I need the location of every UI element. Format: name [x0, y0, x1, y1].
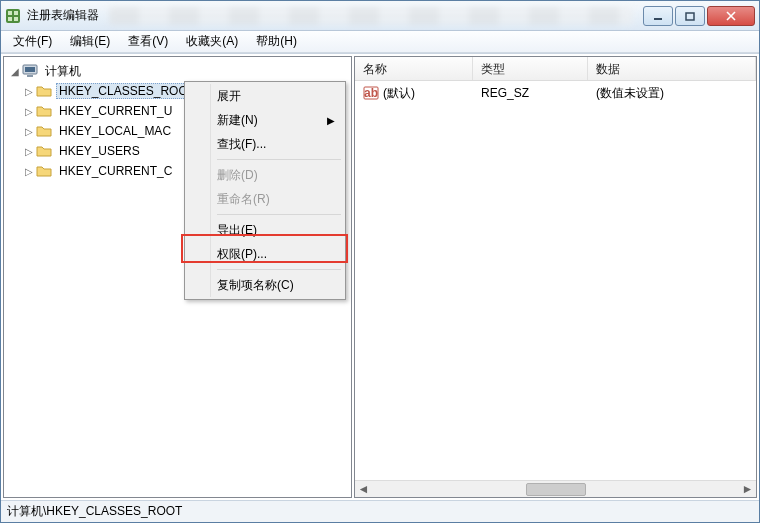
scroll-left-icon[interactable]: ◄ — [355, 482, 372, 497]
folder-icon — [36, 84, 52, 98]
cm-label: 重命名(R) — [217, 191, 270, 208]
tree-node-label: HKEY_USERS — [56, 143, 143, 159]
statusbar: 计算机\HKEY_CLASSES_ROOT — [1, 500, 759, 522]
svg-rect-2 — [14, 11, 18, 15]
list-row[interactable]: ab (默认) REG_SZ (数值未设置) — [355, 83, 756, 103]
list-header: 名称 类型 数据 — [355, 57, 756, 81]
expander-closed-icon[interactable]: ▷ — [22, 146, 36, 157]
cm-rename: 重命名(R) — [187, 187, 343, 211]
close-button[interactable] — [707, 6, 755, 26]
cm-separator — [217, 269, 341, 270]
tree-root-computer[interactable]: ◢ 计算机 — [6, 61, 349, 81]
svg-text:ab: ab — [364, 86, 378, 100]
menu-file[interactable]: 文件(F) — [5, 31, 60, 52]
cm-label: 权限(P)... — [217, 246, 267, 263]
cm-label: 导出(E) — [217, 222, 257, 239]
window-title: 注册表编辑器 — [27, 7, 99, 24]
tree-node-label: HKEY_CLASSES_ROOT — [56, 83, 198, 99]
computer-icon — [22, 64, 38, 78]
minimize-button[interactable] — [643, 6, 673, 26]
cm-find[interactable]: 查找(F)... — [187, 132, 343, 156]
tree-node-label: HKEY_LOCAL_MAC — [56, 123, 174, 139]
tree-node-label: HKEY_CURRENT_U — [56, 103, 175, 119]
address-blur — [109, 7, 633, 25]
menu-view[interactable]: 查看(V) — [120, 31, 176, 52]
tree-root-label: 计算机 — [42, 62, 84, 81]
cell-name: ab (默认) — [355, 85, 473, 102]
cm-label: 复制项名称(C) — [217, 277, 294, 294]
folder-icon — [36, 124, 52, 138]
expander-closed-icon[interactable]: ▷ — [22, 86, 36, 97]
expander-closed-icon[interactable]: ▷ — [22, 106, 36, 117]
svg-rect-1 — [8, 11, 12, 15]
folder-icon — [36, 104, 52, 118]
expander-closed-icon[interactable]: ▷ — [22, 126, 36, 137]
titlebar: 注册表编辑器 — [1, 1, 759, 31]
list-body: ab (默认) REG_SZ (数值未设置) — [355, 81, 756, 480]
cm-permissions[interactable]: 权限(P)... — [187, 242, 343, 266]
menu-help[interactable]: 帮助(H) — [248, 31, 305, 52]
app-icon — [5, 8, 21, 24]
cm-label: 新建(N) — [217, 112, 258, 129]
statusbar-path: 计算机\HKEY_CLASSES_ROOT — [7, 503, 182, 520]
cm-expand[interactable]: 展开 — [187, 84, 343, 108]
window-controls — [643, 6, 755, 26]
column-header-data[interactable]: 数据 — [588, 57, 756, 80]
horizontal-scrollbar[interactable]: ◄ ► — [355, 480, 756, 497]
string-value-icon: ab — [363, 86, 379, 100]
svg-rect-10 — [25, 67, 35, 72]
expander-open-icon[interactable]: ◢ — [8, 66, 22, 77]
cm-label: 删除(D) — [217, 167, 258, 184]
regedit-window: 注册表编辑器 文件(F) 编辑(E) 查看(V) 收藏夹(A) 帮助(H) ◢ — [0, 0, 760, 523]
maximize-button[interactable] — [675, 6, 705, 26]
menubar: 文件(F) 编辑(E) 查看(V) 收藏夹(A) 帮助(H) — [1, 31, 759, 53]
scroll-right-icon[interactable]: ► — [739, 482, 756, 497]
cm-separator — [217, 159, 341, 160]
cm-delete: 删除(D) — [187, 163, 343, 187]
folder-icon — [36, 144, 52, 158]
cell-data: (数值未设置) — [588, 85, 756, 102]
submenu-arrow-icon: ▶ — [327, 115, 335, 126]
svg-rect-6 — [686, 13, 694, 20]
expander-closed-icon[interactable]: ▷ — [22, 166, 36, 177]
svg-rect-4 — [14, 17, 18, 21]
column-header-name[interactable]: 名称 — [355, 57, 473, 80]
values-pane: 名称 类型 数据 ab (默认) REG_SZ (数值未设置) ◄ ► — [354, 56, 757, 498]
tree-node-label: HKEY_CURRENT_C — [56, 163, 175, 179]
cm-separator — [217, 214, 341, 215]
menu-favorites[interactable]: 收藏夹(A) — [178, 31, 246, 52]
cm-new[interactable]: 新建(N)▶ — [187, 108, 343, 132]
svg-rect-3 — [8, 17, 12, 21]
cm-export[interactable]: 导出(E) — [187, 218, 343, 242]
scroll-thumb[interactable] — [526, 483, 586, 496]
cell-type: REG_SZ — [473, 86, 588, 100]
context-menu: 展开 新建(N)▶ 查找(F)... 删除(D) 重命名(R) 导出(E) 权限… — [184, 81, 346, 300]
client-area: ◢ 计算机 ▷ HKEY_CLASSES_ROOT ▷ HK — [1, 53, 759, 500]
column-header-type[interactable]: 类型 — [473, 57, 588, 80]
cm-label: 查找(F)... — [217, 136, 266, 153]
cm-copy-key-name[interactable]: 复制项名称(C) — [187, 273, 343, 297]
value-name: (默认) — [383, 85, 415, 102]
folder-icon — [36, 164, 52, 178]
svg-rect-11 — [27, 75, 33, 77]
menu-edit[interactable]: 编辑(E) — [62, 31, 118, 52]
cm-label: 展开 — [217, 88, 241, 105]
